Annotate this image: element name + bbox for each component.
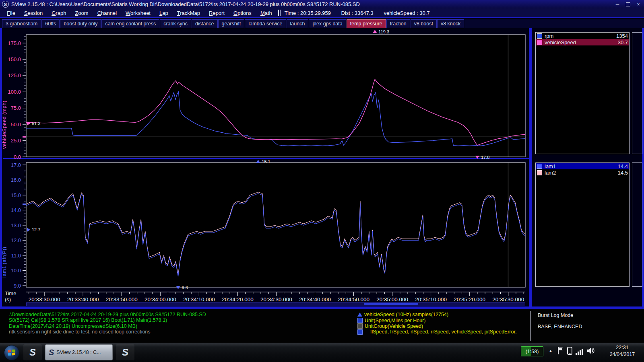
close-button[interactable]: × — [635, 2, 642, 7]
y-tick-label: 0.0 — [14, 154, 21, 160]
max-marker-label: 15.1 — [262, 159, 270, 164]
status-divider — [530, 311, 531, 341]
min-marker-icon — [475, 156, 479, 159]
legend-scroll-strip-bottom[interactable] — [632, 162, 642, 287]
legend-row-lam1[interactable]: lam114.4 — [536, 163, 629, 169]
volume-icon[interactable] — [586, 346, 596, 356]
triangle-up-icon — [357, 313, 362, 317]
tab-3-graboostlam[interactable]: 3 graboostlam — [2, 19, 41, 28]
start-button[interactable] — [4, 345, 19, 360]
menu-item-math[interactable]: Math — [256, 10, 277, 16]
menu-item-zoom[interactable]: Zoom — [70, 10, 93, 16]
panel-splitter[interactable] — [529, 28, 532, 309]
menu-item-report[interactable]: Report — [204, 10, 229, 16]
tab-boost-duty-only[interactable]: boost duty only — [60, 19, 101, 28]
menu-item-graph[interactable]: Graph — [47, 10, 70, 16]
clock-tray[interactable]: 22:31 24/04/2017 — [603, 344, 642, 360]
reference-marker-label: 12.7 — [32, 227, 40, 232]
channel-name: rpm — [545, 33, 616, 39]
menu-item-worksheet[interactable]: Worksheet — [121, 10, 155, 16]
menu-item-lap[interactable]: Lap — [155, 10, 173, 16]
time-tick-label: 20:33:30.000 — [29, 296, 60, 302]
sview-taskbar-button[interactable]: S SView 2.15.48 : C... — [45, 344, 113, 360]
menu-item-options[interactable]: Options — [229, 10, 256, 16]
current-value-tick — [23, 204, 26, 205]
tab-temp-pressure[interactable]: temp pressure — [347, 19, 386, 28]
minimize-button[interactable]: ─ — [614, 2, 621, 7]
lambda-chart-plot-frame[interactable] — [26, 162, 525, 287]
channel-name: lam1 — [545, 163, 618, 169]
menu-item-channel[interactable]: Channel — [93, 10, 121, 16]
time-tick-label: 20:35:30.000 — [492, 296, 524, 302]
y-tick-label: 11.0 — [11, 253, 21, 259]
y-tick-label: 150.0 — [8, 56, 21, 62]
tab-gearshift[interactable]: gearshift — [218, 19, 245, 28]
menu-item-file[interactable]: File — [2, 10, 20, 16]
lambda-chart[interactable]: 9.010.011.012.013.014.015.016.017.015.19… — [3, 159, 526, 290]
channel-info-line: flSpeed, frSpeed, rlSpeed, rrSpeed, vehi… — [357, 329, 516, 335]
legend-row-lam2[interactable]: lam214.5 — [536, 169, 629, 176]
window-title: SView 2.15.48 : C:\Users\User\Documents\… — [11, 1, 360, 7]
reference-marker-label: 51.3 — [32, 121, 40, 126]
sview-pinned-icon-2[interactable]: S — [116, 344, 134, 360]
tab-launch[interactable]: launch — [287, 19, 309, 28]
time-axis[interactable]: 20:33:30.00020:33:40.00020:33:50.00020:3… — [3, 290, 526, 302]
menu-bar: FileSessionGraphZoomChannelWorksheetLapT… — [0, 8, 644, 18]
worksheet-tab-bar: 3 graboostlam60ftsboost duty onlycam eng… — [0, 19, 644, 28]
speed-chart[interactable]: 0.025.050.075.0100.0125.0150.0175.0119.3… — [3, 27, 526, 159]
tab-crank-sync[interactable]: crank sync — [160, 19, 191, 28]
burst-log-mode-label: Burst Log Mode — [538, 313, 573, 318]
time-tick-label: 20:34:20.000 — [222, 296, 254, 302]
lam1-color-swatch — [537, 164, 542, 169]
menu-item-session[interactable]: Session — [20, 10, 47, 16]
sview-pinned-icon-1[interactable]: S — [23, 344, 42, 360]
tab-distance[interactable]: distance — [192, 19, 218, 28]
tab-v8-boost[interactable]: v8 boost — [411, 19, 437, 28]
tab-traction[interactable]: traction — [386, 19, 410, 28]
time-tick-label: 20:34:40.000 — [299, 296, 331, 302]
y-tick-label: 17.0 — [11, 162, 21, 168]
time-tick-label: 20:35:00.000 — [376, 296, 408, 302]
y-tick-label: 10.0 — [11, 267, 21, 274]
legend-row-rpm[interactable]: rpm1354 — [536, 33, 629, 39]
network-signal-icon[interactable] — [575, 348, 584, 355]
action-center-flag-icon[interactable] — [556, 346, 564, 356]
sview-logo-icon: S — [49, 348, 54, 357]
legend-row-vehicleSpeed[interactable]: vehicleSpeed30.7 — [536, 39, 629, 45]
tab-plex-gps-data[interactable]: plex gps data — [309, 19, 346, 28]
sview-logo-icon: S — [122, 347, 128, 358]
y-tick-label: 175.0 — [8, 40, 21, 46]
maximize-button[interactable] — [624, 2, 632, 7]
channel-info-text: Unit(Speed,Miles per Hour) — [365, 318, 425, 323]
channel-info-line: Unit(Speed,Miles per Hour) — [357, 317, 516, 323]
battery-timer-indicator[interactable]: (1:58) — [521, 346, 543, 356]
application-window: S SView 2.15.48 : C:\Users\User\Document… — [0, 0, 644, 362]
max-marker-label: 119.3 — [378, 29, 389, 34]
y-tick-label: 12.0 — [11, 237, 21, 243]
time-scrollbar[interactable] — [26, 302, 525, 306]
max-marker-icon — [373, 30, 377, 33]
tray-expand-icon[interactable]: ▲ — [547, 348, 554, 354]
live-readout: Time : 20:35:29.959 Dist : 33647.3 vehic… — [285, 10, 439, 16]
bottom-splitter[interactable] — [0, 306, 644, 309]
title-bar: S SView 2.15.48 : C:\Users\User\Document… — [0, 0, 644, 8]
tab-cam-eng-coolant-press[interactable]: cam eng coolant press — [101, 19, 159, 28]
tab-60fts[interactable]: 60fts — [41, 19, 60, 28]
min-marker-label: 9.6 — [182, 285, 188, 290]
device-icon[interactable] — [566, 346, 573, 356]
y-tick-label: 25.0 — [11, 138, 21, 144]
legend-scroll-strip-top[interactable] — [632, 32, 642, 154]
log-file-info: .\DownloadedData\5172\lrs 2017-04-24 20-… — [9, 312, 206, 335]
time-scrollbar-thumb[interactable] — [364, 303, 418, 305]
sview-app-icon: S — [2, 1, 9, 8]
menu-item-trackmap[interactable]: TrackMap — [173, 10, 204, 16]
tab-lambda-service[interactable]: lambda service — [245, 19, 286, 28]
status-line: DateTime(2017\4\24 20:19) UncompressedSi… — [9, 323, 206, 329]
tab-v8-knock[interactable]: v8 knock — [437, 19, 464, 28]
channel-value: 1354 — [616, 33, 628, 39]
y-tick-label: 125.0 — [8, 72, 21, 78]
time-tick-label: 20:34:10.000 — [183, 296, 215, 302]
speed-chart-plot-frame[interactable] — [26, 35, 525, 157]
time-tick-label: 20:34:50.000 — [338, 296, 369, 302]
speed-readout: vehicleSpeed : 30.7 — [384, 10, 429, 16]
